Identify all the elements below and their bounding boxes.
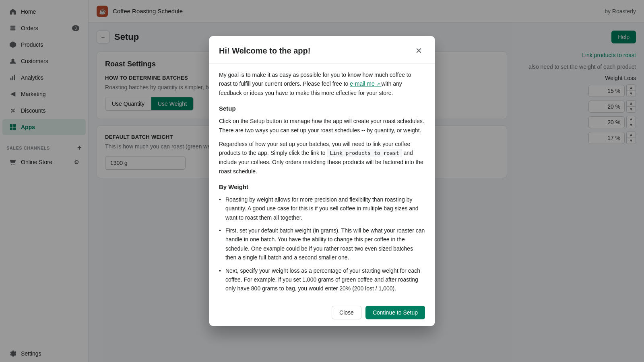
link-code-inline: Link products to roast xyxy=(327,149,402,157)
modal-intro-para: My goal is to make it as easy as possibl… xyxy=(219,70,425,97)
modal-by-weight-item-0: Roasting by weight allows for more preci… xyxy=(219,195,425,222)
continue-to-setup-button[interactable]: Continue to Setup xyxy=(365,306,425,319)
modal-close-button[interactable]: ✕ xyxy=(412,44,425,57)
modal-by-weight-title: By Weight xyxy=(219,182,425,192)
modal-overlay: Hi! Welcome to the app! ✕ My goal is to … xyxy=(0,0,644,362)
modal-by-weight-item-3: Finally, ensure every product variant ha… xyxy=(219,297,425,299)
modal-by-weight-item-1: First, set your default batch weight (in… xyxy=(219,226,425,262)
modal-header: Hi! Welcome to the app! ✕ xyxy=(209,36,435,64)
modal-setup-para2: Regardless of how your set up your batch… xyxy=(219,140,425,176)
modal-body: My goal is to make it as easy as possibl… xyxy=(209,64,435,299)
modal-by-weight-item-2: Next, specify your weight loss as a perc… xyxy=(219,266,425,293)
modal-footer: Close Continue to Setup xyxy=(209,299,435,326)
modal-setup-para: Click on the Setup button to manage how … xyxy=(219,117,425,135)
modal-setup-title: Setup xyxy=(219,104,425,113)
close-button[interactable]: Close xyxy=(332,306,361,319)
welcome-modal: Hi! Welcome to the app! ✕ My goal is to … xyxy=(209,36,435,326)
modal-by-weight-list: Roasting by weight allows for more preci… xyxy=(219,195,425,299)
modal-title: Hi! Welcome to the app! xyxy=(219,46,310,56)
email-link[interactable]: e-mail me ↗ xyxy=(350,80,381,87)
